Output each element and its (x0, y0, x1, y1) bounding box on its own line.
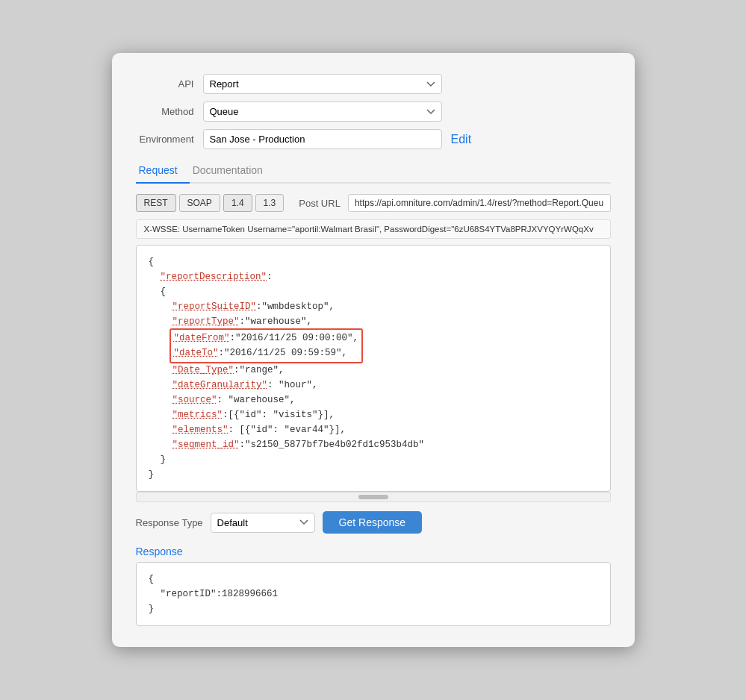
wsse-bar: X-WSSE: UsernameToken Username="aportil:… (136, 219, 611, 239)
post-url-label: Post URL (299, 198, 341, 209)
code-line-highlighted: "dateFrom":"2016/11/25 09:00:00", "dateT… (172, 329, 598, 363)
soap-button[interactable]: SOAP (179, 194, 220, 212)
environment-label: Environment (136, 134, 203, 145)
tab-documentation[interactable]: Documentation (190, 160, 275, 184)
api-label: API (136, 78, 203, 90)
tab-request[interactable]: Request (136, 160, 190, 184)
method-select[interactable]: Queue (203, 101, 442, 122)
api-row: API Report (136, 74, 611, 94)
code-line-11: "metrics":[{"id": "visits"}], (172, 407, 598, 422)
code-line-15: } (149, 467, 598, 482)
v13-button[interactable]: 1.3 (255, 194, 285, 212)
response-code-area: { "reportID":1828996661 } (136, 562, 611, 626)
code-line-3: { (161, 284, 598, 299)
rest-button[interactable]: REST (136, 194, 176, 212)
environment-row: Environment Edit (136, 129, 611, 149)
post-url-value: https://api.omniture.com/admin/1.4/rest/… (348, 194, 611, 212)
environment-input[interactable] (203, 129, 442, 149)
code-line-9: "dateGranularity": "hour", (172, 378, 598, 393)
code-line-1: { (149, 254, 598, 269)
get-response-button[interactable]: Get Response (323, 511, 423, 534)
api-select[interactable]: Report (203, 74, 442, 94)
horizontal-scrollbar[interactable] (136, 492, 611, 502)
response-type-select[interactable]: Default (211, 513, 315, 533)
scrollbar-thumb (358, 495, 388, 499)
method-label: Method (136, 106, 203, 117)
method-row: Method Queue (136, 101, 611, 122)
code-line-8: "Date_Type":"range", (172, 363, 598, 378)
code-line-13: "segment_id":"s2150_5877bf7be4b02fd1c953… (172, 437, 598, 452)
code-line-10: "source": "warehouse", (172, 393, 598, 407)
code-line-14: } (161, 452, 598, 467)
tabs-container: Request Documentation (136, 160, 611, 184)
edit-link[interactable]: Edit (451, 133, 472, 146)
code-line-2: "reportDescription": (161, 269, 598, 284)
response-label: Response (136, 546, 611, 557)
response-type-row: Response Type Default Get Response (136, 511, 611, 534)
code-line-5: "reportType":"warehouse", (172, 314, 598, 329)
response-line-2: "reportID":1828996661 (161, 587, 598, 601)
toolbar: REST SOAP 1.4 1.3 Post URL https://api.o… (136, 194, 611, 212)
response-line-3: } (149, 601, 598, 616)
code-area[interactable]: { "reportDescription": { "reportSuiteID"… (136, 245, 611, 492)
code-line-12: "elements": [{"id": "evar44"}], (172, 422, 598, 437)
main-window: API Report Method Queue Environment Edit… (112, 53, 635, 647)
response-line-1: { (149, 572, 598, 587)
code-line-4: "reportSuiteID":"wmbdesktop", (172, 299, 598, 314)
response-type-label: Response Type (136, 517, 203, 528)
v14-button[interactable]: 1.4 (223, 194, 252, 212)
